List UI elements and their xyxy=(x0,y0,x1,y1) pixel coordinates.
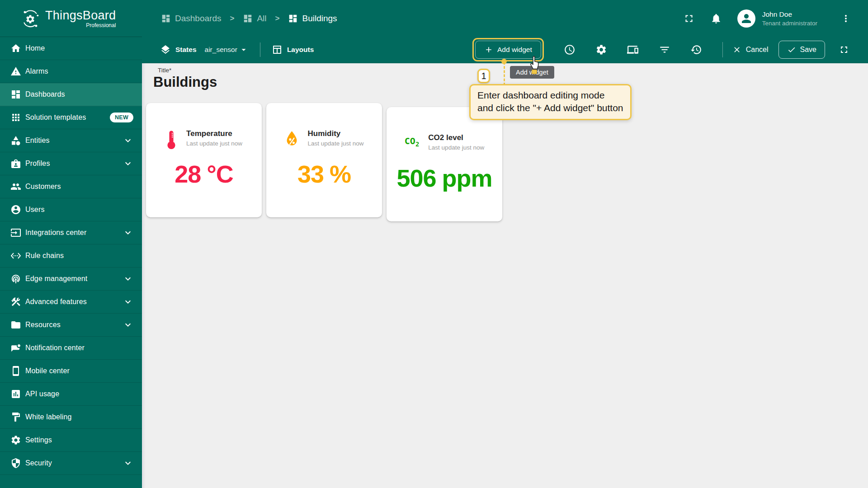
sidebar-item-white-labeling[interactable]: White labeling xyxy=(0,406,142,429)
filter-icon[interactable] xyxy=(659,44,670,56)
breadcrumb-separator: > xyxy=(275,14,280,23)
entity-aliases-icon[interactable] xyxy=(627,44,639,56)
solution-templates-icon xyxy=(10,112,21,123)
sidebar-item-advanced-features[interactable]: Advanced features xyxy=(0,291,142,314)
security-shield-icon xyxy=(10,458,21,469)
breadcrumb-item[interactable]: Dashboards xyxy=(161,14,221,23)
thingsboard-app: ThingsBoard Professional Dashboards > Al… xyxy=(0,0,868,488)
widget-title: Humidity xyxy=(308,129,364,138)
save-button[interactable]: Save xyxy=(778,41,825,59)
chevron-down-icon xyxy=(123,296,133,307)
widget-title: CO2 level xyxy=(428,133,484,142)
resources-folder-icon xyxy=(10,319,21,330)
sidebar-item-alarms[interactable]: Alarms xyxy=(0,60,142,83)
widget-card-co2[interactable]: CO2 CO2 level Last update just now 506pp… xyxy=(387,107,502,221)
home-icon xyxy=(10,43,21,54)
sidebar-item-customers[interactable]: Customers xyxy=(0,175,142,198)
widget-subtitle: Last update just now xyxy=(428,144,484,151)
sidebar-item-entities[interactable]: Entities xyxy=(0,129,142,152)
dashboard-edit-toolbar: States air_sensor Layouts Add widget xyxy=(142,37,868,63)
chevron-down-icon xyxy=(123,458,133,469)
dashboard-settings-icon[interactable] xyxy=(595,44,607,56)
sidebar-item-mobile-center[interactable]: Mobile center xyxy=(0,360,142,383)
cancel-button[interactable]: Cancel xyxy=(732,45,769,54)
sidebar-item-security[interactable]: Security xyxy=(0,452,142,475)
sidebar-item-edge-management[interactable]: Edge management xyxy=(0,267,142,291)
chevron-down-icon xyxy=(123,319,133,330)
more-vert-icon[interactable] xyxy=(843,13,849,24)
widget-card-temperature[interactable]: Temperature Last update just now 28°C xyxy=(146,103,262,217)
time-window-icon[interactable] xyxy=(564,44,576,56)
mobile-icon xyxy=(10,366,21,376)
widget-value: 28°C xyxy=(146,160,262,188)
user-role: Tenant administrator xyxy=(762,20,817,27)
sidebar-menu: Home Alarms Dashboards Solution template… xyxy=(0,37,142,488)
sidebar-item-home[interactable]: Home xyxy=(0,37,142,60)
breadcrumb: Dashboards > All > Buildings xyxy=(161,14,337,23)
sidebar-item-resources[interactable]: Resources xyxy=(0,314,142,337)
dashboards-icon xyxy=(10,89,21,100)
widget-value: 33% xyxy=(266,160,382,188)
api-usage-icon xyxy=(10,389,21,399)
layouts-icon xyxy=(272,44,283,55)
white-labeling-icon xyxy=(10,412,21,422)
users-icon xyxy=(10,204,21,215)
rule-chains-icon xyxy=(10,250,21,261)
fullscreen-icon[interactable] xyxy=(683,13,695,24)
thingsboard-logo-icon xyxy=(20,8,41,29)
app-logo[interactable]: ThingsBoard Professional xyxy=(0,8,142,29)
close-icon xyxy=(732,45,741,54)
breadcrumb-item[interactable]: All xyxy=(243,14,266,23)
toolbar-divider xyxy=(722,42,723,57)
layers-icon xyxy=(160,44,171,55)
header-actions: John Doe Tenant administrator xyxy=(683,9,868,28)
widget-card-humidity[interactable]: Humidity Last update just now 33% xyxy=(266,103,382,217)
integrations-icon xyxy=(10,227,21,238)
sidebar-item-integrations-center[interactable]: Integrations center xyxy=(0,221,142,244)
profiles-icon xyxy=(10,158,21,169)
sidebar-item-api-usage[interactable]: API usage xyxy=(0,383,142,406)
co2-icon: CO2 xyxy=(405,136,420,151)
dashboards-icon xyxy=(243,14,253,23)
dashboards-icon xyxy=(288,14,298,23)
state-select[interactable]: air_sensor xyxy=(205,45,249,55)
alarms-warning-icon xyxy=(10,66,21,77)
notification-icon xyxy=(10,343,21,353)
layouts-label[interactable]: Layouts xyxy=(287,46,314,54)
sidebar-item-dashboards[interactable]: Dashboards xyxy=(0,83,142,106)
bell-icon[interactable] xyxy=(710,13,722,24)
widget-subtitle: Last update just now xyxy=(186,140,242,147)
dashboard-fullscreen-icon[interactable] xyxy=(839,44,849,55)
sidebar-item-users[interactable]: Users xyxy=(0,198,142,221)
sidebar-item-profiles[interactable]: Profiles xyxy=(0,152,142,175)
chevron-down-icon xyxy=(123,158,133,169)
version-history-icon[interactable] xyxy=(690,44,702,56)
customers-icon xyxy=(10,181,21,192)
dashboard-title[interactable]: Buildings xyxy=(153,74,217,90)
user-name: John Doe xyxy=(762,10,817,19)
app-name: ThingsBoard xyxy=(45,9,116,23)
dashboard-canvas: Title* Buildings Temperature Last update… xyxy=(142,63,868,488)
user-info[interactable]: John Doe Tenant administrator xyxy=(762,10,817,27)
add-widget-button[interactable]: Add widget xyxy=(475,41,541,59)
settings-gear-icon xyxy=(10,435,21,446)
new-badge: NEW xyxy=(110,113,133,122)
toolbar-divider xyxy=(260,42,260,57)
states-label[interactable]: States xyxy=(175,46,197,54)
dashboards-icon xyxy=(161,14,171,23)
breadcrumb-item[interactable]: Buildings xyxy=(288,14,337,23)
sidebar-item-rule-chains[interactable]: Rule chains xyxy=(0,244,142,267)
entities-icon xyxy=(10,135,21,146)
sidebar-item-settings[interactable]: Settings xyxy=(0,429,142,452)
widget-title: Temperature xyxy=(186,129,242,138)
sidebar-item-notification-center[interactable]: Notification center xyxy=(0,337,142,360)
state-value: air_sensor xyxy=(205,46,237,54)
avatar[interactable] xyxy=(737,9,755,28)
chevron-down-icon xyxy=(123,273,133,284)
breadcrumb-separator: > xyxy=(230,14,234,23)
humidity-drop-icon xyxy=(285,131,299,147)
check-icon xyxy=(787,45,796,54)
sidebar-item-solution-templates[interactable]: Solution templates NEW xyxy=(0,106,142,129)
top-header: ThingsBoard Professional Dashboards > Al… xyxy=(0,0,868,37)
chevron-down-icon xyxy=(123,227,133,238)
